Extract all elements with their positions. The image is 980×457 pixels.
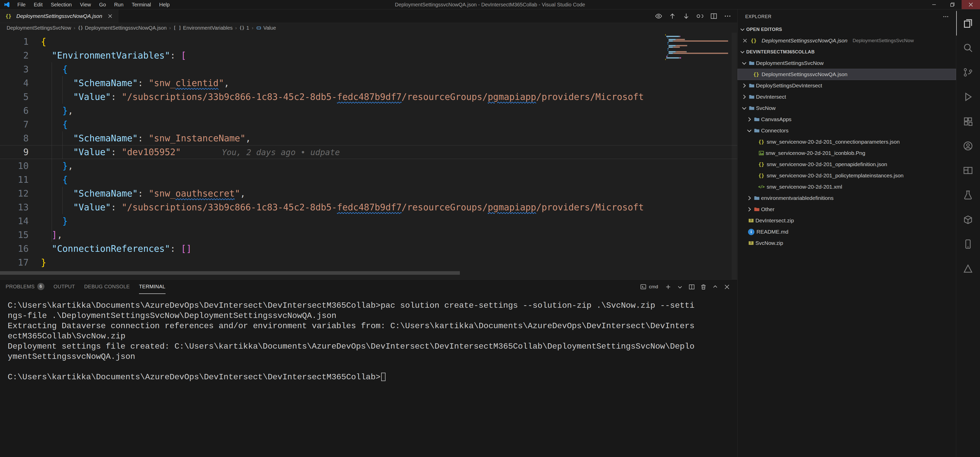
split-terminal-button[interactable] bbox=[687, 282, 697, 291]
tree-item-deploymentsettingssvcnow[interactable]: DeploymentSettingsSvcNow bbox=[738, 57, 956, 69]
close-panel-button[interactable] bbox=[722, 282, 732, 291]
code-line-15[interactable]: 15 ], bbox=[0, 228, 737, 242]
search-icon bbox=[963, 43, 974, 53]
breadcrumb-item-1[interactable]: {}1 bbox=[239, 25, 249, 31]
tree-item-snw-servicenow-20-2d-201-xml[interactable]: </>snw_servicenow-20-2d-201.xml bbox=[738, 181, 956, 193]
code-line-6[interactable]: 6 }, bbox=[0, 104, 737, 118]
panel-tab-output[interactable]: OUTPUT bbox=[54, 280, 75, 294]
close-editor-icon[interactable] bbox=[742, 38, 748, 43]
breadcrumb-item-environmentvariables[interactable]: [ ]EnvironmentVariables bbox=[173, 25, 233, 31]
activity-explorer[interactable] bbox=[956, 11, 980, 35]
code-line-16[interactable]: 16 "ConnectionReferences": [] bbox=[0, 242, 737, 256]
maximize-panel-icon bbox=[712, 283, 719, 290]
panel-tab-problems[interactable]: PROBLEMS6 bbox=[6, 280, 45, 294]
menu-terminal[interactable]: Terminal bbox=[127, 0, 155, 9]
window-close-button[interactable] bbox=[962, 0, 980, 9]
tree-item-devintersect-zip[interactable]: DevIntersect.zip bbox=[738, 215, 956, 226]
open-changes-button[interactable] bbox=[694, 11, 706, 22]
panel-tab-debug-console[interactable]: DEBUG CONSOLE bbox=[84, 280, 130, 294]
terminal-profiles-button[interactable] bbox=[675, 282, 685, 291]
terminal-output[interactable]: C:\Users\kartikka\Documents\AzureDevOps\… bbox=[0, 294, 737, 457]
code-line-3[interactable]: 3 { bbox=[0, 62, 737, 76]
activity-remote-explorer[interactable] bbox=[956, 232, 980, 256]
breadcrumb-item-deploymentsettingssvcnowqa-json[interactable]: {}DeploymentSettingssvcNowQA.json bbox=[78, 25, 167, 31]
activity-run-and-debug[interactable] bbox=[956, 84, 980, 109]
tree-item-canvasapps[interactable]: CanvasApps bbox=[738, 114, 956, 125]
tree-item-other[interactable]: Other bbox=[738, 204, 956, 215]
menu-view[interactable]: View bbox=[76, 0, 95, 9]
code-text: { bbox=[29, 35, 46, 49]
tree-item-snw-servicenow-20-2d-201-connectionparameters-json[interactable]: {}snw_servicenow-20-2d-201_connectionpar… bbox=[738, 136, 956, 148]
activity-editor-layout[interactable] bbox=[956, 158, 980, 183]
tree-item-readme-md[interactable]: iREADME.md bbox=[738, 226, 956, 237]
open-editors-label: OPEN EDITORS bbox=[746, 27, 782, 32]
activity-azure[interactable] bbox=[956, 256, 980, 281]
tree-item-svcnow-zip[interactable]: SvcNow.zip bbox=[738, 237, 956, 249]
tree-item-deploymentsettingssvcnowqa-json[interactable]: {}DeploymentSettingssvcNowQA.json bbox=[738, 69, 956, 80]
close-tab-icon[interactable] bbox=[107, 13, 113, 19]
json-file-icon: {} bbox=[753, 72, 759, 77]
tree-item-snw-servicenow-20-2d-201-policytemplateinstances-json[interactable]: {}snw_servicenow-20-2d-201_policytemplat… bbox=[738, 170, 956, 181]
tree-item-snw-servicenow-20-2d-201-iconblob-png[interactable]: snw_servicenow-20-2d-201_iconblob.Png bbox=[738, 148, 956, 159]
code-line-10[interactable]: 10 }, bbox=[0, 159, 737, 173]
code-line-11[interactable]: 11 { bbox=[0, 173, 737, 186]
window-minimize-button[interactable] bbox=[925, 0, 943, 9]
code-line-9[interactable]: 9 "Value": "dev105952"You, 2 days ago • … bbox=[0, 145, 737, 159]
code-line-13[interactable]: 13 "Value": "/subscriptions/33b9c866-1c8… bbox=[0, 201, 737, 214]
tree-item-deploysettingsdevintersect[interactable]: DeploySettingsDevIntersect bbox=[738, 80, 956, 91]
breadcrumb-item-value[interactable]: Value bbox=[256, 25, 276, 31]
activity-testing[interactable] bbox=[956, 183, 980, 207]
code-line-7[interactable]: 7 { bbox=[0, 118, 737, 131]
panel-header: PROBLEMS6OUTPUTDEBUG CONSOLETERMINAL cmd bbox=[0, 280, 737, 294]
new-terminal-button[interactable] bbox=[663, 282, 673, 291]
breadcrumb-item-deploymentsettingssvcnow[interactable]: DeploymentSettingsSvcNow bbox=[6, 25, 71, 31]
activity-source-control[interactable] bbox=[956, 60, 980, 84]
next-change-button[interactable] bbox=[681, 11, 692, 22]
kill-terminal-button[interactable] bbox=[698, 282, 708, 291]
activity-package[interactable] bbox=[956, 207, 980, 232]
menu-file[interactable]: File bbox=[13, 0, 30, 9]
vertical-scrollbar[interactable] bbox=[732, 33, 737, 279]
open-editor-item[interactable]: {} DeploymentSettingssvcNowQA.json Deplo… bbox=[738, 35, 956, 46]
toggle-blame-button[interactable] bbox=[653, 11, 664, 22]
window-restore-button[interactable] bbox=[943, 0, 962, 9]
activity-accounts[interactable] bbox=[956, 134, 980, 158]
tab-deploymentsettingssvcnowqa-json[interactable]: {} DeploymentSettingssvcNowQA.json bbox=[0, 10, 118, 23]
tree-item-svcnow[interactable]: SvcNow bbox=[738, 102, 956, 114]
code-line-17[interactable]: 17} bbox=[0, 256, 737, 269]
horizontal-scrollbar[interactable] bbox=[0, 271, 460, 275]
code-line-14[interactable]: 14 } bbox=[0, 214, 737, 228]
line-number: 3 bbox=[0, 62, 29, 76]
menu-go[interactable]: Go bbox=[95, 0, 110, 9]
code-editor[interactable]: 1{2 "EnvironmentVariables": [3 {4 "Schem… bbox=[0, 33, 737, 279]
menu-selection[interactable]: Selection bbox=[47, 0, 76, 9]
open-editors-section[interactable]: OPEN EDITORS bbox=[738, 24, 956, 35]
code-line-2[interactable]: 2 "EnvironmentVariables": [ bbox=[0, 49, 737, 62]
tree-item-snw-servicenow-20-2d-201-openapidefinition-json[interactable]: {}snw_servicenow-20-2d-201_openapidefini… bbox=[738, 159, 956, 170]
menu-edit[interactable]: Edit bbox=[30, 0, 46, 9]
maximize-panel-button[interactable] bbox=[710, 282, 720, 291]
activity-extensions[interactable] bbox=[956, 109, 980, 134]
tree-item-environmentvariabledefinitions[interactable]: environmentvariabledefinitions bbox=[738, 193, 956, 204]
minimize-icon bbox=[931, 2, 937, 8]
menu-help[interactable]: Help bbox=[155, 0, 174, 9]
tree-item-connectors[interactable]: Connectors bbox=[738, 125, 956, 136]
menu-run[interactable]: Run bbox=[110, 0, 128, 9]
code-line-4[interactable]: 4 "SchemaName": "snw_clientid", bbox=[0, 76, 737, 90]
terminal-line: C:\Users\kartikka\Documents\AzureDevOps\… bbox=[8, 301, 737, 311]
code-line-1[interactable]: 1{ bbox=[0, 35, 737, 49]
panel-tab-terminal[interactable]: TERMINAL bbox=[139, 280, 165, 294]
minimap[interactable] bbox=[665, 34, 730, 61]
code-line-8[interactable]: 8 "SchemaName": "snw_InstanceName", bbox=[0, 131, 737, 145]
activity-bar bbox=[956, 10, 980, 457]
previous-change-button[interactable] bbox=[667, 11, 678, 22]
terminal-shell-selector[interactable]: cmd bbox=[637, 282, 661, 291]
code-line-12[interactable]: 12 "SchemaName": "snw_oauthsecret", bbox=[0, 186, 737, 201]
code-line-5[interactable]: 5 "Value": "/subscriptions/33b9c866-1c83… bbox=[0, 90, 737, 104]
activity-search[interactable] bbox=[956, 35, 980, 60]
more-actions-button[interactable] bbox=[722, 11, 733, 22]
workspace-section[interactable]: DEVINTERSECTM365COLLAB bbox=[738, 46, 956, 57]
split-editor-button[interactable] bbox=[708, 11, 719, 22]
explorer-more-actions-icon[interactable] bbox=[941, 12, 950, 21]
tree-item-devintersect[interactable]: DevIntersect bbox=[738, 91, 956, 102]
